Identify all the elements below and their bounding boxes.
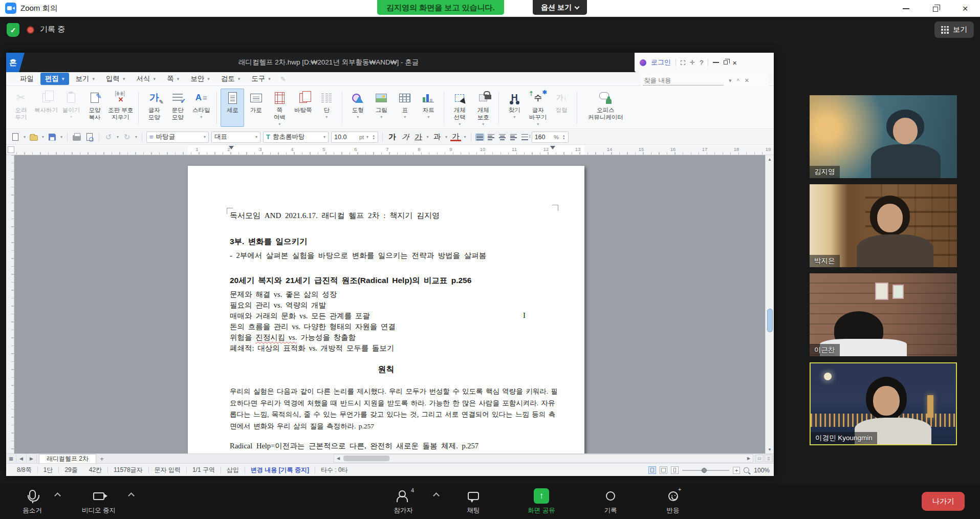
scroll-down-icon[interactable]: ▼ [766, 445, 774, 453]
new-tab-button[interactable]: + [96, 454, 107, 463]
italic-button[interactable]: 가 [400, 132, 411, 142]
participant-video-2[interactable]: 박지은 [810, 184, 957, 267]
mute-button[interactable]: 음소거 [14, 488, 50, 515]
toolbar-clear-marks[interactable]: 조판 부호 지우기 [106, 89, 135, 127]
toolbar-cut[interactable]: ✂오려 두기 [9, 89, 33, 127]
participant-video-1[interactable]: 김지영 [810, 95, 957, 178]
toolbar-char-shape[interactable]: 가글자 모양 [142, 89, 166, 127]
status-insert-mode[interactable]: 삽입 [221, 466, 245, 474]
find-close-icon[interactable]: ✕ [745, 77, 749, 84]
tab-next-icon[interactable]: ▶ [27, 454, 37, 463]
toolbar-page-margin[interactable]: 쪽 여백 [268, 89, 291, 127]
hscroll-thumb[interactable] [343, 456, 389, 461]
record-button[interactable]: 기록 [593, 488, 628, 515]
style-select[interactable]: ≡바탕글▾ [146, 132, 209, 143]
toolbar-para-shape[interactable]: 문단 모양 [166, 89, 189, 127]
view-options-button[interactable]: 옵션 보기 [533, 0, 587, 15]
hwp-logo-icon[interactable]: 혼 [6, 53, 25, 72]
view-mode-2-icon[interactable] [660, 466, 667, 474]
bold-button[interactable]: 가 [387, 132, 398, 142]
close-button[interactable]: × [950, 0, 980, 17]
vscroll-thumb[interactable] [767, 309, 773, 332]
align-right-button[interactable] [509, 134, 518, 141]
toolbar-landscape[interactable]: 가로 [244, 89, 268, 127]
toolbar-portrait[interactable]: 세로 [221, 89, 244, 127]
view-mode-1-icon[interactable] [648, 466, 656, 474]
font-select[interactable]: T함초롬바탕▾ [263, 132, 329, 143]
customize-icon[interactable]: ✎ [280, 75, 286, 83]
scroll-up-icon[interactable]: ▲ [766, 155, 774, 163]
stop-video-button[interactable]: 비디오 중지 [76, 488, 122, 515]
align-center-button[interactable] [498, 134, 507, 141]
minimize-button[interactable] [891, 0, 921, 17]
scroll-right-icon[interactable]: ▶ [745, 456, 753, 461]
scroll-left-icon[interactable]: ◀ [334, 456, 342, 461]
undo-icon[interactable]: ↺ [103, 132, 114, 142]
mute-options-chevron[interactable] [54, 492, 61, 499]
participants-options-chevron[interactable] [433, 492, 440, 499]
font-size-select[interactable]: 10.0pt▾▲▼ [331, 132, 378, 143]
align-left-button[interactable] [487, 134, 495, 141]
toolbar-shapes[interactable]: 도형 [346, 89, 369, 127]
participant-video-3[interactable]: 이근찬 [810, 273, 957, 356]
magnifier-icon[interactable] [744, 467, 749, 473]
vertical-scrollbar[interactable]: ▲ ▼ [765, 155, 774, 453]
fullscreen-icon[interactable] [681, 60, 685, 65]
tab-prev-icon[interactable]: ◀ [16, 454, 27, 463]
document-page[interactable]: 독서모임 AND 2021.6.17. 래디컬 헬프 2차 : 책지기 김지영 … [188, 166, 584, 453]
find-input[interactable] [643, 76, 724, 85]
hwp-minimize-button[interactable] [713, 62, 719, 63]
status-input-mode[interactable]: 문자 입력 [149, 466, 186, 474]
highlight-color-button[interactable]: 가 [450, 133, 461, 142]
find-prev-icon[interactable]: ^ [737, 78, 739, 84]
line-spacing-select[interactable]: 160%▲▼ [532, 132, 569, 143]
vertical-ruler[interactable] [6, 155, 14, 453]
help-icon[interactable]: ? [700, 59, 703, 67]
leave-button[interactable]: 나가기 [922, 492, 965, 511]
left-margin-marker[interactable] [229, 146, 234, 149]
toolbar-table[interactable]: 표 [393, 89, 417, 127]
new-document-icon[interactable] [10, 132, 20, 142]
align-justify-button[interactable] [475, 134, 484, 141]
toolbar-object-select[interactable]: 개체 선택 [448, 89, 471, 127]
find-options-icon[interactable]: ▾ [729, 77, 732, 84]
restore-button[interactable] [921, 0, 950, 17]
line-spacing-icon[interactable] [520, 134, 529, 141]
toolbar-paste[interactable]: 붙이기 [59, 89, 83, 127]
save-icon[interactable] [47, 132, 57, 142]
toolbar-object-protect[interactable]: 개체 보호 [471, 89, 495, 127]
outline-select[interactable]: 대표▾ [211, 132, 260, 143]
zoom-slider[interactable] [682, 467, 729, 474]
menu-format[interactable]: 서식 [132, 73, 161, 85]
print-icon[interactable] [72, 132, 82, 142]
toolbar-sort[interactable]: 가↓정렬 [550, 89, 573, 127]
toolbar-style[interactable]: A스타일 [189, 89, 213, 127]
view-mode-3-icon[interactable] [671, 466, 679, 474]
ribbon-toggle-icon[interactable]: ✛ [690, 59, 695, 66]
horizontal-scrollbar[interactable]: ◀ ▶ [334, 454, 753, 463]
toolbar-replace[interactable]: 수글자 바꾸기 [526, 89, 550, 127]
open-icon[interactable] [29, 132, 39, 142]
login-link[interactable]: 로그인 [651, 58, 671, 67]
security-shield-icon[interactable]: ✓ [7, 23, 19, 37]
horizontal-ruler[interactable]: 12345678910111213141516171819 [6, 145, 774, 155]
menu-view[interactable]: 보기 [71, 73, 100, 85]
split-horizontal-icon[interactable]: ▭ [755, 455, 764, 462]
right-margin-marker[interactable] [550, 146, 555, 149]
menu-page[interactable]: 쪽 [162, 73, 184, 85]
toolbar-copy[interactable]: 복사하기 [33, 89, 59, 127]
menu-input[interactable]: 입력 [101, 73, 130, 85]
reactions-button[interactable]: + 반응 [655, 488, 691, 515]
zoom-slider-knob[interactable] [702, 468, 707, 473]
toolbar-format-copy[interactable]: 모양 복사 [83, 89, 106, 127]
hwp-restore-button[interactable] [724, 60, 728, 64]
split-vertical-icon[interactable]: ▯ [765, 455, 773, 462]
menu-tools[interactable]: 도구 [247, 73, 275, 85]
zoom-in-icon[interactable]: + [733, 467, 740, 474]
hwp-close-button[interactable]: × [732, 59, 737, 67]
toolbar-chart[interactable]: 차트 [417, 89, 440, 127]
status-track-changes[interactable]: 변경 내용 [기록 중지] [245, 466, 315, 474]
view-layout-button[interactable]: 보기 [934, 21, 974, 38]
toolbar-columns[interactable]: 단 [315, 89, 338, 127]
participant-video-4-active-speaker[interactable]: 이경민 Kyoungmin [810, 362, 957, 445]
